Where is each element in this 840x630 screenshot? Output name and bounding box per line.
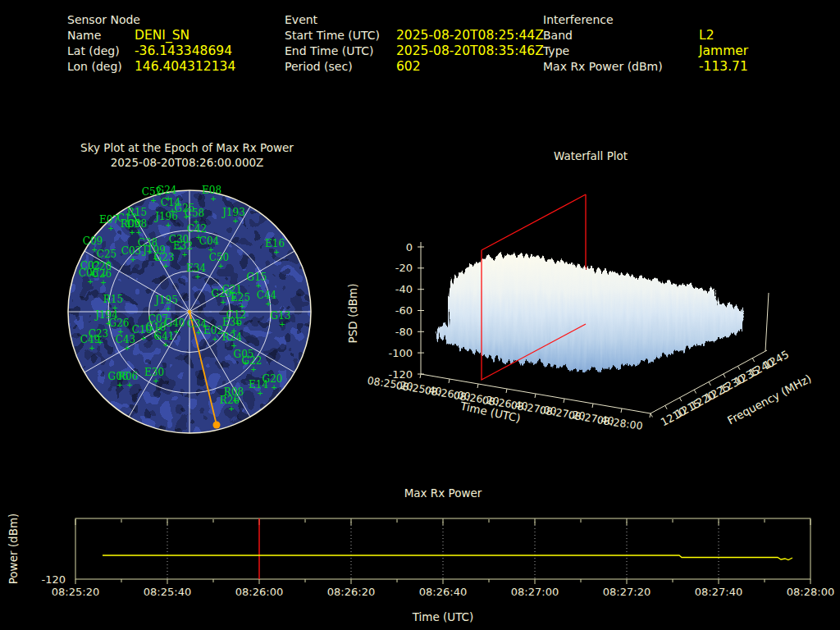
interference-band-row: Band L2: [543, 28, 748, 43]
time-axis-ticks: 08:25:2008:25:4008:26:0008:26:2008:26:40…: [367, 374, 651, 432]
satellite-marker: +: [258, 388, 263, 399]
interference-panel: Interference Band L2 Type Jammer Max Rx …: [543, 12, 748, 75]
sensor-lon-row: Lon (deg) 146.404312134: [67, 59, 235, 75]
interference-title: Interference: [543, 12, 748, 28]
power-x-tick-label: 08:26:20: [327, 586, 375, 598]
satellite-marker: +: [108, 223, 114, 234]
time-tick: [449, 379, 450, 383]
sky-plot: C52+G24+E08+C14+G25+R15+J196+C58+J193+E0…: [59, 181, 322, 441]
interference-power-row: Max Rx Power (dBm) -113.71: [543, 59, 748, 75]
satellite-marker: +: [195, 272, 201, 282]
psd-tick-label: -20: [395, 262, 413, 274]
power-gridlines: [167, 518, 719, 579]
satellite-marker: +: [274, 247, 280, 258]
satellite-marker: +: [163, 261, 169, 272]
sensor-node-panel: Sensor Node Name DENI_SN Lat (deg) -36.1…: [67, 12, 235, 75]
event-start-value: 2025-08-20T08:25:44Z: [396, 28, 544, 43]
power-x-tick-label: 08:28:00: [787, 586, 834, 598]
power-y-tick-label: -120: [41, 573, 66, 586]
event-end-row: End Time (UTC) 2025-08-20T08:35:46Z: [285, 43, 544, 59]
frequency-tick: [709, 382, 710, 386]
satellite-marker: +: [89, 343, 95, 354]
sensor-lat-row: Lat (deg) -36.143348694: [67, 43, 235, 59]
sensor-name-row: Name DENI_SN: [67, 28, 235, 43]
psd-axis-ticks: 0-20-40-60-80-100-120: [388, 241, 424, 381]
satellite-marker: +: [251, 364, 257, 375]
satellite-marker: +: [211, 194, 217, 204]
satellite-marker: +: [266, 299, 272, 309]
power-x-tick-label: 08:25:40: [144, 586, 191, 598]
event-panel: Event Start Time (UTC) 2025-08-20T08:25:…: [285, 12, 544, 75]
interference-power-label: Max Rx Power (dBm): [543, 59, 699, 75]
satellite-marker: +: [280, 319, 285, 330]
sensor-name-value: DENI_SN: [135, 28, 189, 43]
power-x-tick-labels: 08:25:2008:25:4008:26:0008:26:2008:26:40…: [52, 586, 834, 598]
waterfall-title: Waterfall Plot: [345, 148, 837, 163]
event-start-label: Start Time (UTC): [285, 28, 396, 43]
power-x-tick-label: 08:27:40: [695, 586, 742, 598]
satellite-marker: +: [229, 404, 235, 414]
event-period-row: Period (sec) 602: [285, 59, 544, 75]
satellite-marker: +: [141, 333, 147, 344]
event-title: Event: [285, 12, 544, 28]
time-tick-label: 08:28:00: [596, 413, 644, 432]
power-plot-title: Max Rx Power: [404, 486, 482, 500]
time-tick: [621, 409, 622, 413]
interference-power-value: -113.71: [699, 59, 748, 75]
psd-tick-label: 0: [406, 241, 413, 253]
frequency-tick: [665, 405, 667, 409]
event-period-label: Period (sec): [285, 59, 396, 75]
sensor-lon-value: 146.404312134: [135, 59, 235, 75]
sky-plot-title-line1: Sky Plot at the Epoch of Max Rx Power: [48, 140, 326, 155]
sensor-lat-label: Lat (deg): [67, 43, 135, 59]
sky-plot-title-line2: 2025-08-20T08:26:00.000Z: [48, 155, 326, 170]
satellite-marker: +: [218, 261, 224, 272]
power-x-tick-label: 08:26:40: [419, 586, 467, 598]
max-rx-power-plot: Max Rx Power Power (dBm) -120 08:25:2008…: [0, 480, 840, 630]
frequency-tick: [680, 398, 682, 401]
event-period-value: 602: [396, 59, 421, 75]
psd-tick-label: -80: [395, 326, 413, 338]
time-tick: [535, 394, 536, 398]
frequency-axis-ticks: 12101215122012251230123512401245: [651, 348, 791, 428]
satellite-marker: +: [151, 195, 157, 206]
psd-axis-label: PSD (dBm): [346, 284, 359, 344]
satellite-marker: +: [127, 380, 133, 390]
power-x-tick-label: 08:27:20: [603, 586, 651, 598]
satellite-marker: +: [233, 216, 239, 226]
event-start-row: Start Time (UTC) 2025-08-20T08:25:44Z: [285, 28, 544, 43]
power-series-line: [103, 555, 792, 560]
satellite-marker: +: [174, 326, 180, 337]
event-end-value: 2025-08-20T08:35:46Z: [396, 43, 544, 59]
waterfall-plot: 0-20-40-60-80-100-120 PSD (dBm) 08:25:20…: [345, 185, 840, 435]
sensor-lat-value: -36.143348694: [135, 43, 232, 59]
frequency-tick: [752, 358, 754, 362]
psd-tick-label: -40: [395, 283, 413, 295]
pane-edge: [765, 293, 769, 351]
time-tick: [477, 384, 478, 388]
time-tick: [506, 389, 507, 393]
psd-tick-label: -60: [395, 304, 413, 317]
satellite-marker: +: [163, 340, 169, 350]
satellite-marker: +: [196, 327, 202, 338]
satellite-marker: +: [166, 220, 171, 231]
screen: Sensor Node Name DENI_SN Lat (deg) -36.1…: [0, 0, 840, 630]
interference-type-value: Jammer: [699, 43, 748, 59]
satellite-marker: +: [221, 297, 226, 308]
interference-type-row: Type Jammer: [543, 43, 748, 59]
satellite-marker: +: [125, 343, 130, 354]
frequency-tick: [724, 374, 725, 377]
interference-band-label: Band: [543, 28, 699, 43]
satellite-marker: +: [101, 277, 107, 288]
sensor-lon-label: Lon (deg): [67, 59, 135, 75]
time-tick: [420, 374, 421, 378]
time-tick: [564, 399, 564, 403]
power-x-tick-label: 08:25:20: [52, 586, 99, 598]
frequency-tick: [694, 390, 696, 393]
frequency-tick: [651, 413, 652, 417]
frequency-tick-label: 1245: [761, 348, 791, 372]
time-tick: [592, 404, 593, 408]
sensor-name-label: Name: [67, 28, 135, 43]
interference-type-label: Type: [543, 43, 699, 59]
frequency-tick: [738, 366, 740, 369]
